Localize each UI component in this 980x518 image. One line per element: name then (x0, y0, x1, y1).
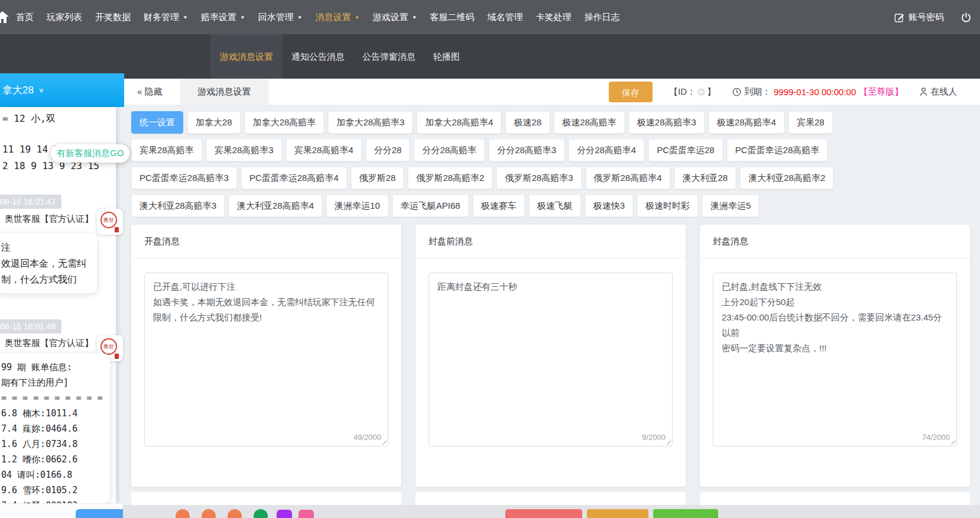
game-tab-button[interactable]: 加拿大28高赔率 (245, 111, 324, 134)
nav-item[interactable]: 客服二维码 (424, 12, 481, 23)
person-icon (920, 88, 927, 96)
game-tab-button[interactable]: 极速28高赔率 (554, 111, 625, 134)
seal-icon (115, 354, 119, 359)
nav-item[interactable]: 玩家列表 (40, 12, 89, 23)
game-tab-button[interactable]: 宾果28高赔率4 (286, 139, 362, 161)
nav-item[interactable]: 财务管理 ▼ (137, 12, 194, 23)
emoji-icon[interactable] (277, 510, 292, 518)
power-icon[interactable] (960, 12, 972, 23)
game-tab-button[interactable]: 极速28高赔率4 (709, 111, 784, 134)
nav-item[interactable]: 消息设置 ▼ (309, 12, 366, 23)
game-tab-button[interactable]: 澳大利亚28高赔率3 (131, 195, 225, 217)
chat-timestamp: 08-16 16:01:48 (0, 319, 61, 334)
message-textarea[interactable]: 已封盘,封盘线下下注无效 上分20起下分50起 23:45-00:00后台统计数… (713, 273, 957, 446)
plan-badge: 【至尊版】 (859, 86, 903, 98)
new-message-toast[interactable]: 有新客服消息GO (51, 144, 129, 163)
avatar: 奥世 (97, 209, 123, 235)
nav-item-label: 游戏设置 (373, 12, 408, 23)
game-tab-button[interactable]: 澳大利亚28高赔率2 (740, 167, 833, 189)
subnav-tab[interactable]: 游戏消息设置 (210, 34, 283, 79)
nav-item[interactable]: 卡奖处理 (530, 12, 578, 23)
expiry-info: 到期： 9999-01-30 00:00:00 【至尊版】 (732, 86, 903, 98)
nav-item-label: 玩家列表 (47, 12, 82, 23)
nav-item-label: 消息设置 (316, 12, 351, 23)
message-panel: 封盘前消息 距离封盘还有三十秒 9/2000 (416, 225, 686, 487)
game-tab-button[interactable]: 俄罗斯28高赔率3 (497, 167, 581, 189)
nav-item[interactable]: 回水管理 ▼ (252, 12, 309, 23)
nav-item-label: 域名管理 (488, 12, 523, 23)
game-tab-button[interactable]: PC蛋蛋幸运28 (648, 139, 723, 161)
game-tab-button[interactable]: PC蛋蛋幸运28高赔率4 (241, 167, 347, 189)
nav-item-label: 回水管理 (258, 12, 294, 23)
game-tab-button[interactable]: 澳大利亚28 (674, 167, 736, 189)
game-tab-button[interactable]: 加拿大28高赔率4 (417, 111, 501, 134)
emoji-icon[interactable] (176, 509, 190, 518)
chevrons-left-icon: « (137, 86, 142, 96)
game-tab-button[interactable]: 俄罗斯28高赔率4 (586, 167, 670, 189)
nav-item[interactable]: 赔率设置 ▼ (194, 12, 252, 23)
game-tab-button[interactable]: 分分28高赔率 (414, 139, 485, 161)
game-tab-button[interactable]: PC蛋蛋幸运28高赔率3 (131, 167, 237, 189)
message-textarea[interactable]: 已开盘,可以进行下注 如遇卡奖，本期无效退回本金，无需纠结玩家下注无任何限制，什… (144, 273, 388, 446)
game-tab-button[interactable]: 极速快3 (585, 195, 633, 217)
nav-item-label: 首页 (16, 12, 34, 23)
game-tab-button[interactable]: 澳大利亚28高赔率4 (229, 195, 322, 217)
subnav-tab[interactable]: 轮播图 (433, 34, 460, 79)
game-tab-button[interactable]: 分分28高赔率3 (489, 139, 564, 161)
expiry-date: 9999-01-30 00:00:00 (774, 87, 856, 97)
game-tab-button[interactable]: 极速28 (505, 111, 550, 134)
footer-action-button[interactable] (505, 509, 582, 518)
nav-item[interactable]: 游戏设置 ▼ (366, 12, 424, 23)
message-textarea[interactable]: 距离封盘还有三十秒 (429, 273, 673, 446)
game-tab-button[interactable]: PC蛋蛋幸运28高赔率 (727, 139, 828, 161)
game-tab-button[interactable]: 分分28高赔率4 (569, 139, 644, 161)
nav-item[interactable]: 首页 (9, 12, 40, 23)
nav-item-label: 开奖数据 (95, 12, 131, 23)
chat-header[interactable]: 拿大28 ∨ (0, 73, 124, 107)
footer-action-button[interactable] (653, 509, 718, 518)
save-button[interactable]: 保存 (609, 82, 653, 102)
game-tab-button[interactable]: 加拿大28 (187, 111, 241, 134)
emoji-icon[interactable] (254, 509, 268, 518)
game-tab-button[interactable]: 澳洲幸运10 (326, 195, 388, 217)
panel-title: 封盘前消息 (416, 225, 686, 258)
home-icon[interactable] (0, 11, 9, 24)
top-nav-items: 首页 玩家列表 开奖数据 财务管理 ▼ 赔率设置 ▼ (9, 0, 627, 34)
game-tab-button[interactable]: 分分28 (366, 139, 410, 161)
subnav-tab[interactable]: 公告弹窗消息 (362, 34, 416, 79)
emoji-icon[interactable] (228, 509, 242, 518)
emoji-icon[interactable] (298, 510, 314, 518)
game-tab-button[interactable]: 加拿大28高赔率3 (328, 111, 413, 134)
chat-message-line: = = = = = = = = = = (1, 390, 104, 406)
emoji-icon[interactable] (202, 509, 216, 518)
tab-game-message-settings[interactable]: 游戏消息设置 (180, 79, 269, 105)
chat-message-line: 6.8 楠木:1011.4 (1, 406, 104, 421)
game-tab-button[interactable]: 极速时时彩 (637, 195, 698, 217)
game-tab-button[interactable]: 宾果28 (788, 111, 833, 134)
chat-bubble: 注效退回本金，无需纠制，什么方式我们 (0, 234, 97, 293)
nav-item[interactable]: 操作日志 (578, 12, 627, 23)
chat-message-line: 9.6 雪环:0105.2 (1, 483, 104, 498)
collapse-sidebar-button[interactable]: « 隐藏 (137, 86, 163, 98)
chat-message-line: 期有下注的用户] (1, 375, 104, 390)
game-tab-button[interactable]: 极速赛车 (473, 195, 525, 217)
game-tab-button[interactable]: 俄罗斯28 (351, 167, 404, 189)
account-password-button[interactable]: 账号密码 (894, 12, 944, 23)
nav-item[interactable]: 域名管理 (481, 12, 530, 23)
game-tab-button[interactable]: 极速飞艇 (529, 195, 581, 217)
game-tab-button[interactable]: 俄罗斯28高赔率2 (408, 167, 492, 189)
nav-item[interactable]: 开奖数据 (89, 12, 137, 23)
game-tab-button[interactable]: 统一设置 (131, 111, 183, 134)
panel-title: 开盘消息 (131, 225, 401, 258)
game-tab-button[interactable]: 幸运飞艇API68 (392, 195, 469, 217)
footer-action-button[interactable] (587, 509, 648, 518)
chat-message-line: 效退回本金，无需纠 (1, 255, 91, 271)
send-button[interactable] (76, 509, 130, 518)
game-tab-button[interactable]: 极速28高赔率3 (629, 111, 705, 134)
toolbar-right: 保存 【ID： 】 到期： 9999-01-30 00:00:00 【至尊版】 … (609, 79, 957, 105)
nav-item-label: 客服二维码 (430, 12, 475, 23)
subnav-tab[interactable]: 通知公告消息 (291, 34, 345, 79)
game-tab-button[interactable]: 宾果28高赔率 (131, 139, 202, 161)
game-tab-button[interactable]: 宾果28高赔率3 (206, 139, 282, 161)
game-tab-button[interactable]: 澳洲幸运5 (702, 195, 759, 217)
